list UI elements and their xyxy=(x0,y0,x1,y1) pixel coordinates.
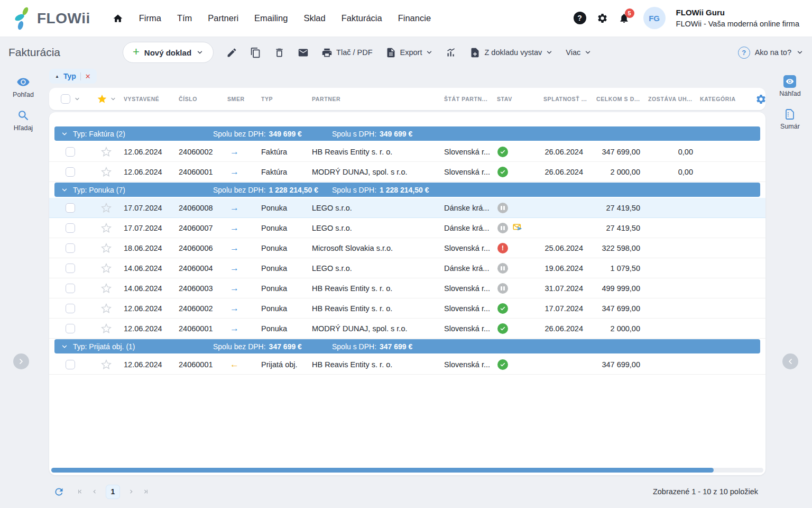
status-ok-icon xyxy=(497,167,508,177)
star-icon[interactable] xyxy=(101,323,112,334)
table-row[interactable]: 12.06.202424060001→PonukaMODRÝ DUNAJ, sp… xyxy=(49,319,765,339)
expand-left-panel-button[interactable] xyxy=(13,353,29,369)
column-header-remaining[interactable]: ZOSTÁVA UH... xyxy=(645,96,697,102)
delete-button[interactable] xyxy=(267,47,291,58)
notifications-bell[interactable]: 5 xyxy=(619,13,630,24)
copy-button[interactable] xyxy=(244,47,267,58)
table-row[interactable]: 18.06.202424060006→PonukaMicrosoft Slova… xyxy=(49,238,765,258)
flowii-logo[interactable]: FLOWii xyxy=(13,6,90,31)
row-checkbox[interactable] xyxy=(66,324,75,333)
star-icon[interactable] xyxy=(101,283,112,294)
nav-item-emailing[interactable]: Emailing xyxy=(254,13,288,23)
star-icon[interactable] xyxy=(101,223,112,233)
avatar[interactable]: FG xyxy=(643,7,666,29)
star-icon[interactable] xyxy=(101,147,112,157)
next-page-button[interactable] xyxy=(127,488,135,495)
table-row[interactable]: 14.06.202424060004→PonukaLEGO s.r.o.Dáns… xyxy=(49,258,765,278)
row-checkbox[interactable] xyxy=(66,243,75,253)
group-header-bar[interactable]: Typ: Prijatá obj. (1)Spolu bez DPH:347 6… xyxy=(54,339,760,353)
row-checkbox[interactable] xyxy=(66,264,75,273)
expand-right-panel-button[interactable] xyxy=(782,353,798,369)
row-status-cell xyxy=(494,203,541,213)
print-pdf-button[interactable]: Tlač / PDF xyxy=(315,47,379,58)
cell-country: Slovenská r... xyxy=(441,168,494,176)
star-icon[interactable] xyxy=(101,203,112,213)
star-icon[interactable] xyxy=(101,303,112,314)
row-checkbox[interactable] xyxy=(66,304,75,313)
group-header-bar[interactable]: Typ: Ponuka (7)Spolu bez DPH:1 228 214,5… xyxy=(54,183,760,197)
column-header-total[interactable]: CELKOM S D... xyxy=(594,96,645,102)
star-icon[interactable] xyxy=(101,263,112,274)
column-header-status[interactable]: STAV xyxy=(494,96,541,102)
nav-item-sklad[interactable]: Sklad xyxy=(303,13,325,23)
table-row[interactable]: 12.06.202424060002→PonukaHB Reavis Entit… xyxy=(49,298,765,319)
filter-chip-typ[interactable]: ▲ Typ ✕ xyxy=(49,69,97,84)
select-all-checkbox[interactable] xyxy=(61,94,70,104)
table-row[interactable]: 12.06.202424060002→FaktúraHB Reavis Enti… xyxy=(49,142,765,162)
cell-number: 24060001 xyxy=(176,324,225,333)
table-row[interactable]: 17.07.202424060008→PonukaLEGO s.r.o.Dáns… xyxy=(49,198,765,218)
table-row[interactable]: 17.07.202424060007→PonukaLEGO s.r.o.Dáns… xyxy=(49,218,765,238)
column-header-partner[interactable]: PARTNER xyxy=(309,96,441,102)
chevron-down-icon[interactable] xyxy=(74,96,80,102)
help-icon[interactable]: ? xyxy=(574,12,586,24)
prev-page-button[interactable] xyxy=(91,488,98,495)
row-select-cell xyxy=(49,284,91,293)
search-button[interactable]: Hľadaj xyxy=(14,109,33,132)
star-icon[interactable] xyxy=(101,167,112,177)
export-button[interactable]: Export xyxy=(379,47,440,58)
row-checkbox[interactable] xyxy=(66,360,75,369)
home-icon[interactable] xyxy=(113,13,123,24)
column-header-country[interactable]: ŠTÁT PARTN... xyxy=(441,96,494,102)
table-row[interactable]: 12.06.202424060001→FaktúraMODRÝ DUNAJ, s… xyxy=(49,162,765,182)
statistics-button[interactable] xyxy=(439,47,463,58)
nav-item-fakturacia[interactable]: Fakturácia xyxy=(342,13,382,23)
group-total-excl-vat: Spolu bez DPH:349 699 € xyxy=(213,130,332,138)
star-icon[interactable] xyxy=(101,243,112,253)
edit-button[interactable] xyxy=(220,47,244,58)
first-page-button[interactable] xyxy=(76,488,84,495)
nav-item-financie[interactable]: Financie xyxy=(398,13,431,23)
horizontal-scrollbar-thumb[interactable] xyxy=(51,468,714,473)
refresh-icon[interactable] xyxy=(53,486,64,497)
nav-item-firma[interactable]: Firma xyxy=(139,13,161,23)
current-page-button[interactable]: 1 xyxy=(106,485,120,499)
preview-label: Náhľad xyxy=(779,90,800,97)
cell-type: Faktúra xyxy=(259,148,309,156)
user-name: FLOWii Guru xyxy=(676,7,799,19)
column-settings-gear-icon[interactable] xyxy=(755,94,767,105)
summary-button[interactable]: Sumár xyxy=(780,108,800,130)
row-checkbox[interactable] xyxy=(66,284,75,293)
column-header-category[interactable]: KATEGÓRIA xyxy=(697,96,755,102)
last-page-button[interactable] xyxy=(142,488,150,495)
column-header-due[interactable]: SPLATNOSŤ ... xyxy=(541,96,594,102)
email-button[interactable] xyxy=(291,47,315,58)
preview-button[interactable]: Náhľad xyxy=(779,75,800,97)
remove-filter-icon[interactable]: ✕ xyxy=(85,72,91,80)
table-row[interactable]: 12.06.202424060001←Prijatá obj.HB Reavis… xyxy=(49,355,765,375)
chevron-down-icon[interactable] xyxy=(110,96,116,102)
create-from-document-button[interactable]: Z dokladu vystav xyxy=(463,47,559,58)
column-header-type[interactable]: TYP xyxy=(259,96,309,102)
logo-text: FLOWii xyxy=(37,10,90,27)
more-button[interactable]: Viac xyxy=(559,48,598,57)
view-button[interactable]: Pohľad xyxy=(13,75,34,98)
new-document-button[interactable]: + Nový doklad xyxy=(123,42,214,63)
cell-remaining: 0,00 xyxy=(645,168,697,176)
column-header-direction[interactable]: SMER xyxy=(225,96,259,102)
group-header-bar[interactable]: Typ: Faktúra (2)Spolu bez DPH:349 699 €S… xyxy=(54,126,760,141)
direction-incoming-icon: ← xyxy=(225,359,259,370)
row-checkbox[interactable] xyxy=(66,203,75,213)
row-checkbox[interactable] xyxy=(66,223,75,233)
column-header-number[interactable]: ČÍSLO xyxy=(176,96,225,102)
row-checkbox[interactable] xyxy=(66,147,75,157)
nav-item-partneri[interactable]: Partneri xyxy=(208,13,238,23)
nav-item-tim[interactable]: Tím xyxy=(177,13,192,23)
star-filter-icon[interactable] xyxy=(97,94,107,104)
settings-gear-icon[interactable] xyxy=(597,13,608,24)
column-header-issued[interactable]: VYSTAVENÉ xyxy=(121,96,176,102)
table-row[interactable]: 14.06.202424060003→PonukaHB Reavis Entit… xyxy=(49,278,765,298)
star-icon[interactable] xyxy=(101,359,112,370)
row-checkbox[interactable] xyxy=(66,167,75,177)
how-to-button[interactable]: ? Ako na to? xyxy=(738,47,804,59)
